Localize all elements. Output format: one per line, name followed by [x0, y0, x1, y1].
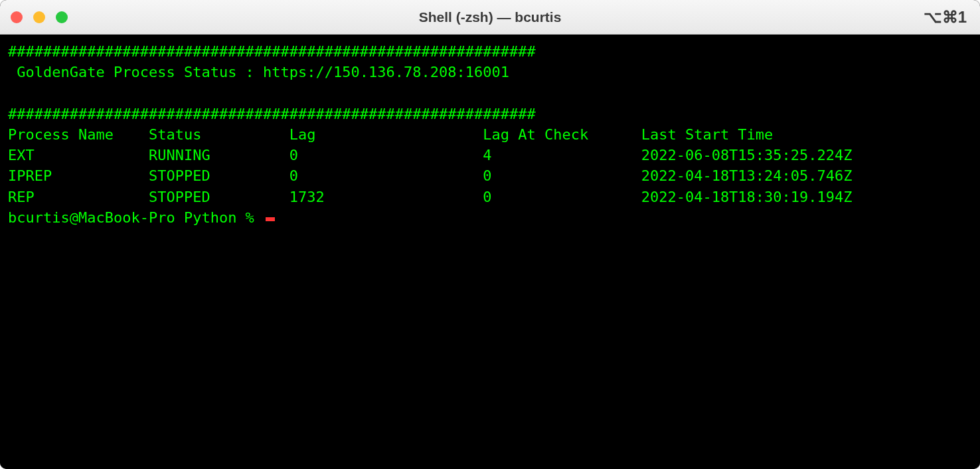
window-titlebar[interactable]: Shell (-zsh) — bcurtis ⌥⌘1 [0, 0, 980, 35]
divider-line: ########################################… [8, 104, 972, 124]
table-row: EXT RUNNING 0 4 2022-06-08T15:35:25.224Z [8, 145, 972, 165]
col-header-name: Process Name [8, 126, 149, 143]
cursor [266, 217, 275, 221]
cell-lag: 0 [289, 147, 483, 163]
cell-name: REP [8, 189, 149, 205]
cell-lag: 1732 [289, 189, 483, 205]
col-header-laststart: Last Start Time [641, 126, 774, 143]
minimize-button[interactable] [33, 11, 45, 23]
cell-name: IPREP [8, 167, 149, 184]
cell-name: EXT [8, 147, 149, 163]
table-header-row: Process Name Status Lag Lag At Check Las… [8, 124, 972, 145]
cell-laststart: 2022-04-18T18:30:19.194Z [641, 189, 853, 205]
col-header-status: Status [149, 126, 289, 143]
traffic-lights [11, 11, 68, 23]
maximize-button[interactable] [56, 11, 68, 23]
divider-line: ########################################… [8, 41, 972, 62]
terminal-output[interactable]: ########################################… [0, 35, 980, 469]
close-button[interactable] [11, 11, 23, 23]
col-header-lag: Lag [289, 126, 483, 143]
table-row: IPREP STOPPED 0 0 2022-04-18T13:24:05.74… [8, 165, 972, 186]
terminal-window: Shell (-zsh) — bcurtis ⌥⌘1 #############… [0, 0, 980, 469]
table-row: REP STOPPED 1732 0 2022-04-18T18:30:19.1… [8, 187, 972, 207]
cell-status: RUNNING [149, 147, 289, 163]
shell-prompt[interactable]: bcurtis@MacBook-Pro Python % [8, 209, 263, 226]
cell-lagcheck: 0 [483, 189, 641, 205]
status-header: GoldenGate Process Status : https://150.… [8, 62, 972, 82]
cell-lagcheck: 4 [483, 147, 641, 163]
blank-line [8, 82, 972, 103]
cell-lagcheck: 0 [483, 167, 641, 184]
cell-status: STOPPED [149, 189, 289, 205]
cell-lag: 0 [289, 167, 483, 184]
window-shortcut-indicator: ⌥⌘1 [924, 8, 967, 27]
cell-laststart: 2022-04-18T13:24:05.746Z [641, 167, 853, 184]
window-title: Shell (-zsh) — bcurtis [419, 9, 562, 25]
cell-laststart: 2022-06-08T15:35:25.224Z [641, 147, 853, 163]
col-header-lagcheck: Lag At Check [483, 126, 641, 143]
cell-status: STOPPED [149, 167, 289, 184]
